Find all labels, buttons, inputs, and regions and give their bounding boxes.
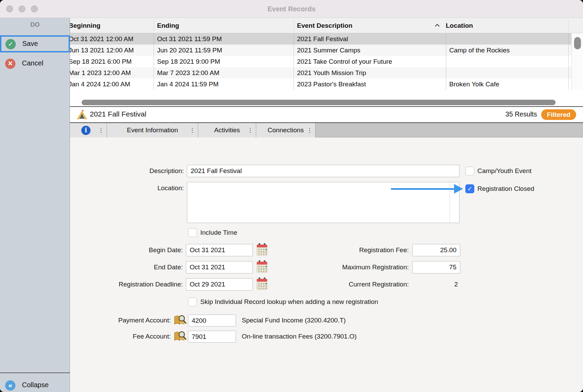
- payment-account-label: Payment Account:: [68, 316, 171, 324]
- payment-account-lookup-icon[interactable]: [173, 314, 187, 326]
- location-label: Location:: [81, 184, 184, 192]
- collapse-button[interactable]: « Collapse: [0, 377, 70, 392]
- cell-description: 2021 Youth Mission Trip: [294, 67, 446, 78]
- registration-closed-label: Registration Closed: [477, 185, 534, 193]
- end-date-label: End Date:: [80, 263, 183, 271]
- end-date-input[interactable]: [186, 261, 253, 273]
- cell-beginning: Sep 18 2021 6:00 PM: [70, 56, 132, 67]
- horizontal-scrollbar-thumb[interactable]: [82, 100, 556, 105]
- cell-description: 2021 Fall Festival: [294, 33, 446, 45]
- registration-deadline-label: Registration Deadline:: [80, 280, 183, 289]
- cell-ending: Mar 7 2023 12:00 AM: [154, 67, 294, 78]
- tab-info[interactable]: i ⋮: [70, 123, 107, 137]
- cell-location: Camp of the Rockies: [446, 45, 568, 56]
- tab-connections[interactable]: Connections ⋮: [256, 123, 316, 137]
- cell-location: [446, 67, 568, 78]
- table-row[interactable]: Mar 1 2023 12:00 AM Mar 7 2023 12:00 AM …: [70, 67, 571, 78]
- save-button[interactable]: ✓ Save: [0, 35, 70, 52]
- cell-ending: Jun 20 2021 11:59 PM: [154, 45, 294, 56]
- begin-date-input[interactable]: [186, 244, 253, 256]
- include-time-checkbox[interactable]: [188, 228, 197, 237]
- cell-description: 2021 Take Control of your Future: [294, 56, 446, 67]
- maximum-registration-label: Maximum Registration:: [306, 263, 409, 271]
- skip-lookup-checkbox[interactable]: [188, 297, 197, 306]
- table-header: Beginning Ending Event Description Locat…: [70, 18, 583, 33]
- save-check-icon: ✓: [5, 39, 16, 49]
- cell-location: Broken Yolk Cafe: [446, 78, 568, 90]
- payment-account-description: Special Fund Income (3200.4200.T): [242, 316, 346, 324]
- table-horizontal-scrollbar[interactable]: [70, 90, 571, 106]
- column-header-event-description[interactable]: Event Description: [297, 18, 431, 33]
- kebab-menu-icon[interactable]: ⋮: [247, 123, 253, 137]
- column-header-beginning[interactable]: Beginning: [70, 18, 154, 33]
- cell-description: 2023 Pastor's Breakfast: [294, 78, 446, 90]
- sidebar-header: DO: [0, 21, 70, 28]
- fee-account-label: Fee Account:: [68, 332, 171, 341]
- column-header-ending[interactable]: Ending: [157, 18, 294, 33]
- tab-bar: i ⋮ Event Information ⋮ Activities ⋮ Con…: [70, 123, 583, 137]
- event-records-window: Event Records DO ✓ Save × Cancel « Colla…: [0, 0, 583, 392]
- cell-ending: Jan 4 2024 11:59 PM: [154, 78, 294, 90]
- begin-date-label: Begin Date:: [80, 246, 183, 254]
- cell-description: 2021 Summer Camps: [294, 45, 446, 56]
- cell-ending: Sep 18 2021 9:00 PM: [154, 56, 294, 67]
- cell-location: [446, 33, 568, 45]
- column-header-location[interactable]: Location: [446, 18, 568, 33]
- fee-account-input[interactable]: [188, 331, 236, 343]
- maximum-registration-input[interactable]: [412, 261, 460, 273]
- kebab-menu-icon[interactable]: ⋮: [307, 123, 312, 137]
- cell-beginning: Jun 13 2021 12:00 AM: [70, 45, 134, 56]
- end-date-calendar-icon[interactable]: [257, 260, 267, 273]
- camp-youth-event-checkbox[interactable]: [465, 167, 474, 175]
- kebab-menu-icon[interactable]: ⋮: [98, 123, 104, 137]
- cancel-x-icon: ×: [5, 59, 15, 69]
- collapse-chevrons-icon: «: [5, 380, 15, 391]
- tab-activities[interactable]: Activities ⋮: [198, 123, 256, 137]
- begin-date-calendar-icon[interactable]: [257, 243, 267, 256]
- sidebar-divider: [0, 372, 70, 373]
- window-title: Event Records: [0, 0, 583, 18]
- table-row[interactable]: Jan 4 2024 12:00 AM Jan 4 2024 11:59 PM …: [70, 78, 571, 90]
- cancel-button[interactable]: × Cancel: [0, 55, 70, 72]
- record-header: 2021 Fall Festival 35 Results Filtered: [70, 107, 583, 122]
- annotation-arrow: [391, 188, 455, 190]
- fee-account-lookup-icon[interactable]: [173, 330, 187, 342]
- table-row[interactable]: Jun 13 2021 12:00 AM Jun 20 2021 11:59 P…: [70, 45, 571, 56]
- filtered-badge[interactable]: Filtered: [541, 109, 576, 120]
- kebab-menu-icon[interactable]: ⋮: [189, 123, 195, 137]
- tent-icon: [76, 109, 88, 121]
- sort-ascending-icon: [434, 23, 440, 27]
- registration-fee-input[interactable]: [412, 244, 460, 256]
- tab-event-information[interactable]: Event Information ⋮: [107, 123, 198, 137]
- current-registration-value: 2: [355, 280, 458, 289]
- table-row-selected[interactable]: Oct 31 2021 12:00 AM Oct 31 2021 11:59 P…: [70, 33, 571, 45]
- description-label: Description:: [81, 167, 184, 175]
- annotation-arrow-head: [454, 184, 463, 194]
- registration-fee-label: Registration Fee:: [306, 246, 409, 254]
- fee-account-description: On-line transaction Fees (3200.7901.O): [242, 332, 357, 341]
- include-time-label: Include Time: [200, 229, 237, 237]
- info-icon[interactable]: i: [81, 126, 91, 135]
- registration-deadline-calendar-icon[interactable]: [257, 278, 267, 290]
- save-button-label: Save: [22, 40, 38, 48]
- record-title: 2021 Fall Festival: [90, 110, 146, 118]
- title-bar: Event Records: [0, 0, 583, 18]
- camp-youth-event-label: Camp/Youth Event: [477, 167, 532, 175]
- results-count: 35 Results: [505, 110, 537, 118]
- cell-location: [446, 56, 568, 67]
- cell-beginning: Jan 4 2024 12:00 AM: [70, 78, 130, 90]
- payment-account-input[interactable]: [188, 315, 236, 327]
- skip-lookup-label: Skip Individual Record lookup when addin…: [200, 298, 378, 306]
- cell-beginning: Oct 31 2021 12:00 AM: [70, 33, 133, 45]
- checkmark-icon: ✓: [467, 185, 472, 192]
- registration-deadline-input[interactable]: [186, 278, 253, 291]
- cancel-button-label: Cancel: [22, 59, 43, 67]
- collapse-button-label: Collapse: [22, 381, 49, 389]
- cell-ending: Oct 31 2021 11:59 PM: [154, 33, 294, 45]
- cell-beginning: Mar 1 2023 12:00 AM: [70, 67, 131, 78]
- sidebar: DO ✓ Save × Cancel « Collapse: [0, 18, 70, 392]
- registration-closed-checkbox[interactable]: ✓: [465, 184, 474, 193]
- vertical-scrollbar-thumb[interactable]: [574, 37, 581, 49]
- table-row[interactable]: Sep 18 2021 6:00 PM Sep 18 2021 9:00 PM …: [70, 56, 571, 67]
- description-input[interactable]: [187, 165, 460, 177]
